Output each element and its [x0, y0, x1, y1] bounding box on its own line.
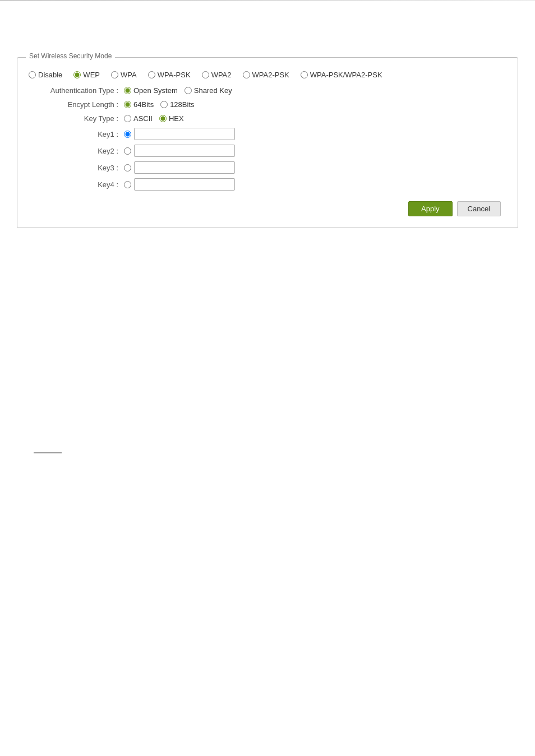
auth-open-system[interactable]: Open System — [124, 86, 178, 95]
encrypt-128bits[interactable]: 128Bits — [160, 100, 194, 109]
radio-hex[interactable] — [159, 115, 167, 122]
radio-wpa-psk[interactable] — [148, 71, 155, 78]
mode-wpa2-psk[interactable]: WPA2-PSK — [243, 71, 289, 79]
mode-disable-label: Disable — [38, 71, 62, 79]
key-hex-label: HEX — [169, 114, 184, 123]
mode-wpa-label: WPA — [121, 71, 137, 79]
key2-input[interactable] — [134, 145, 235, 157]
key4-input[interactable] — [134, 178, 235, 191]
key2-label: Key2 : — [29, 147, 118, 155]
radio-wpa-psk-wpa2-psk[interactable] — [301, 71, 308, 78]
radio-shared-key[interactable] — [185, 87, 192, 94]
key-type-label: Key Type : — [29, 114, 118, 123]
mode-wpa2[interactable]: WPA2 — [202, 71, 232, 79]
key1-row: Key1 : — [29, 126, 506, 142]
radio-wep[interactable] — [73, 71, 81, 78]
content-area: Set Wireless Security Mode Disable WEP W… — [0, 12, 535, 468]
key-type-controls: ASCII HEX — [124, 114, 184, 123]
key3-input[interactable] — [134, 161, 235, 174]
auth-type-controls: Open System Shared Key — [124, 86, 232, 95]
encrypt-length-label: Encypt Length : — [29, 100, 118, 109]
key3-label: Key3 : — [29, 164, 118, 172]
apply-button[interactable]: Apply — [408, 201, 453, 216]
mode-wep-label: WEP — [83, 71, 100, 79]
key-ascii-label: ASCII — [133, 114, 153, 123]
radio-key3-select[interactable] — [124, 164, 131, 171]
radio-key4-select[interactable] — [124, 181, 131, 188]
radio-128bits[interactable] — [160, 101, 168, 108]
key1-label: Key1 : — [29, 130, 118, 138]
mode-wpa2-label: WPA2 — [211, 71, 232, 79]
mode-wpa-psk-label: WPA-PSK — [158, 71, 191, 79]
security-panel: Set Wireless Security Mode Disable WEP W… — [17, 57, 518, 228]
mode-wpa[interactable]: WPA — [111, 71, 137, 79]
radio-disable[interactable] — [29, 71, 36, 78]
key4-wrap — [124, 178, 235, 191]
radio-key1-select[interactable] — [124, 131, 131, 138]
key3-wrap — [124, 161, 235, 174]
encrypt-64-label: 64Bits — [133, 100, 154, 109]
encrypt-length-row: Encypt Length : 64Bits 128Bits — [29, 98, 506, 112]
button-row: Apply Cancel — [29, 201, 506, 216]
bottom-note — [17, 452, 518, 453]
key-type-hex[interactable]: HEX — [159, 114, 184, 123]
page-wrapper: Set Wireless Security Mode Disable WEP W… — [0, 0, 535, 756]
radio-wpa[interactable] — [111, 71, 118, 78]
mode-wpa-psk-wpa2-psk[interactable]: WPA-PSK/WPA2-PSK — [301, 71, 382, 79]
auth-shared-label: Shared Key — [194, 86, 232, 95]
encrypt-128-label: 128Bits — [170, 100, 194, 109]
mode-disable[interactable]: Disable — [29, 71, 62, 79]
mode-wep[interactable]: WEP — [73, 71, 100, 79]
key4-label: Key4 : — [29, 180, 118, 189]
radio-key2-select[interactable] — [124, 147, 131, 155]
key-type-row: Key Type : ASCII HEX — [29, 112, 506, 126]
mode-wpa-psk[interactable]: WPA-PSK — [148, 71, 191, 79]
radio-wpa2[interactable] — [202, 71, 209, 78]
radio-open-system[interactable] — [124, 87, 131, 94]
radio-64bits[interactable] — [124, 101, 131, 108]
radio-wpa2-psk[interactable] — [243, 71, 250, 78]
panel-legend: Set Wireless Security Mode — [26, 52, 115, 60]
top-divider — [0, 0, 535, 1]
key2-row: Key2 : — [29, 142, 506, 159]
auth-shared-key[interactable]: Shared Key — [185, 86, 232, 95]
key4-row: Key4 : — [29, 176, 506, 193]
encrypt-length-controls: 64Bits 128Bits — [124, 100, 195, 109]
key1-wrap — [124, 128, 235, 140]
auth-type-label: Authentication Type : — [29, 86, 118, 95]
auth-open-label: Open System — [133, 86, 178, 95]
radio-ascii[interactable] — [124, 115, 131, 122]
key1-input[interactable] — [134, 128, 235, 140]
mode-selection-row: Disable WEP WPA WPA-PSK WPA2 — [29, 66, 506, 84]
key-type-ascii[interactable]: ASCII — [124, 114, 153, 123]
note-divider — [34, 452, 62, 453]
key3-row: Key3 : — [29, 159, 506, 176]
cancel-button[interactable]: Cancel — [457, 201, 501, 216]
auth-type-row: Authentication Type : Open System Shared… — [29, 84, 506, 98]
mode-wpa2-psk-label: WPA2-PSK — [252, 71, 289, 79]
key2-wrap — [124, 145, 235, 157]
mode-wpa-psk-wpa2-psk-label: WPA-PSK/WPA2-PSK — [310, 71, 382, 79]
encrypt-64bits[interactable]: 64Bits — [124, 100, 154, 109]
